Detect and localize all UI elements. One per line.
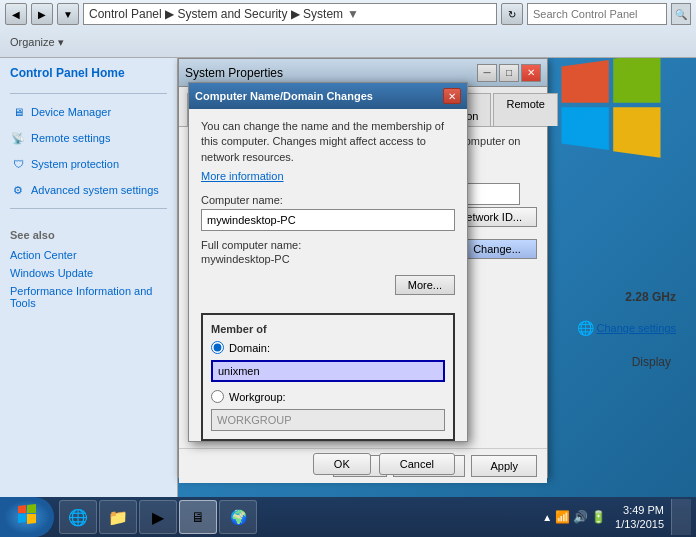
taskbar-right: ▲ 📶 🔊 🔋 3:49 PM 1/13/2015 bbox=[542, 499, 696, 535]
member-of-group: Member of Domain: Workgroup: bbox=[201, 313, 455, 441]
sys-props-minimize-btn[interactable]: ─ bbox=[477, 64, 497, 82]
tray-volume-icon: 🔊 bbox=[573, 510, 588, 524]
workgroup-radio-label: Workgroup: bbox=[229, 391, 286, 403]
more-info-link[interactable]: More information bbox=[201, 170, 455, 182]
domain-text-input[interactable] bbox=[211, 360, 445, 382]
taskbar: 🌐 📁 ▶ 🖥 🌍 ▲ 📶 🔊 🔋 3:49 PM 1/13/2015 bbox=[0, 497, 696, 537]
change-settings-link[interactable]: Change settings bbox=[597, 322, 677, 334]
system-protection-icon: 🛡 bbox=[10, 156, 26, 172]
domain-close-button[interactable]: ✕ bbox=[443, 88, 461, 104]
domain-titlebar: Computer Name/Domain Changes ✕ bbox=[189, 83, 467, 109]
back-button[interactable]: ◀ bbox=[5, 3, 27, 25]
change-button[interactable]: Change... bbox=[457, 239, 537, 259]
search-button[interactable]: 🔍 bbox=[671, 3, 691, 25]
sidebar-item-remote-settings[interactable]: 📡 Remote settings bbox=[0, 125, 177, 151]
tab-remote[interactable]: Remote bbox=[493, 93, 558, 126]
tray-arrow[interactable]: ▲ bbox=[542, 512, 552, 523]
computer-name-label: Computer name: bbox=[201, 194, 455, 206]
toolbar-organize[interactable]: Organize ▾ bbox=[10, 36, 64, 49]
show-desktop-button[interactable] bbox=[671, 499, 691, 535]
search-input[interactable] bbox=[527, 3, 667, 25]
sidebar-item-advanced-system[interactable]: ⚙ Advanced system settings bbox=[0, 177, 177, 203]
address-bar: ◀ ▶ ▼ Control Panel ▶ System and Securit… bbox=[0, 0, 696, 58]
start-windows-icon bbox=[16, 503, 38, 531]
full-computer-name-label: Full computer name: bbox=[201, 239, 455, 251]
sys-props-maximize-btn[interactable]: □ bbox=[499, 64, 519, 82]
see-also-label: See also bbox=[0, 224, 177, 246]
taskbar-item-folder[interactable]: 📁 bbox=[99, 500, 137, 534]
taskbar-clock: 3:49 PM 1/13/2015 bbox=[615, 503, 664, 532]
display-label: Display bbox=[632, 355, 671, 369]
taskbar-item-media[interactable]: ▶ bbox=[139, 500, 177, 534]
workgroup-radio-row: Workgroup: bbox=[211, 390, 445, 403]
domain-dialog: Computer Name/Domain Changes ✕ You can c… bbox=[188, 82, 468, 442]
domain-content: You can change the name and the membersh… bbox=[189, 109, 467, 485]
control-panel-home-link[interactable]: Control Panel Home bbox=[0, 58, 177, 88]
tray-battery-icon: 🔋 bbox=[591, 510, 606, 524]
workgroup-radio[interactable] bbox=[211, 390, 224, 403]
sidebar-perf-info[interactable]: Performance Information and Tools bbox=[0, 282, 177, 312]
taskbar-items: 🌐 📁 ▶ 🖥 🌍 bbox=[54, 500, 542, 534]
cpu-frequency: 2.28 GHz bbox=[625, 290, 676, 304]
sidebar-item-label: Advanced system settings bbox=[31, 184, 159, 196]
start-button[interactable] bbox=[0, 497, 54, 537]
domain-title-text: Computer Name/Domain Changes bbox=[195, 90, 443, 102]
sidebar-windows-update[interactable]: Windows Update bbox=[0, 264, 177, 282]
sp-apply-button[interactable]: Apply bbox=[471, 455, 537, 477]
forward-button[interactable]: ▶ bbox=[31, 3, 53, 25]
sp-change-btn-area: Change... bbox=[457, 239, 537, 259]
sidebar-item-system-protection[interactable]: 🛡 System protection bbox=[0, 151, 177, 177]
recent-button[interactable]: ▼ bbox=[57, 3, 79, 25]
computer-name-input[interactable] bbox=[201, 209, 455, 231]
domain-radio[interactable] bbox=[211, 341, 224, 354]
system-tray: ▲ 📶 🔊 🔋 bbox=[542, 510, 606, 524]
domain-radio-label: Domain: bbox=[229, 342, 270, 354]
dialog-ok-button[interactable]: OK bbox=[313, 453, 371, 475]
change-settings-area: 🌐 Change settings bbox=[577, 320, 677, 336]
clock-time: 3:49 PM bbox=[615, 503, 664, 517]
domain-info-text: You can change the name and the membersh… bbox=[201, 119, 455, 165]
sidebar-divider-2 bbox=[10, 208, 167, 209]
sidebar: Control Panel Home 🖥 Device Manager 📡 Re… bbox=[0, 58, 178, 518]
dialog-cancel-button[interactable]: Cancel bbox=[379, 453, 455, 475]
domain-radio-row: Domain: bbox=[211, 341, 445, 354]
taskbar-item-control-panel[interactable]: 🖥 bbox=[179, 500, 217, 534]
breadcrumb-dropdown[interactable]: ▼ bbox=[347, 7, 359, 21]
sidebar-divider bbox=[10, 93, 167, 94]
full-computer-name-value: mywindesktop-PC bbox=[201, 253, 455, 265]
sidebar-item-label: Device Manager bbox=[31, 106, 111, 118]
sys-props-close-btn[interactable]: ✕ bbox=[521, 64, 541, 82]
desktop: ◀ ▶ ▼ Control Panel ▶ System and Securit… bbox=[0, 0, 696, 537]
more-button[interactable]: More... bbox=[395, 275, 455, 295]
sidebar-item-label: System protection bbox=[31, 158, 119, 170]
taskbar-item-network[interactable]: 🌍 bbox=[219, 500, 257, 534]
workgroup-text-input[interactable] bbox=[211, 409, 445, 431]
windows-logo bbox=[556, 50, 666, 160]
member-of-label: Member of bbox=[211, 323, 445, 335]
refresh-button[interactable]: ↻ bbox=[501, 3, 523, 25]
remote-settings-icon: 📡 bbox=[10, 130, 26, 146]
sidebar-item-device-manager[interactable]: 🖥 Device Manager bbox=[0, 99, 177, 125]
advanced-system-icon: ⚙ bbox=[10, 182, 26, 198]
change-settings-icon: 🌐 bbox=[577, 320, 594, 336]
breadcrumb[interactable]: Control Panel ▶ System and Security ▶ Sy… bbox=[83, 3, 497, 25]
dialog-ok-cancel: OK Cancel bbox=[201, 453, 455, 475]
breadcrumb-text: Control Panel ▶ System and Security ▶ Sy… bbox=[89, 7, 343, 21]
taskbar-item-ie[interactable]: 🌐 bbox=[59, 500, 97, 534]
clock-date: 1/13/2015 bbox=[615, 517, 664, 531]
sys-props-title: System Properties bbox=[185, 66, 477, 80]
device-manager-icon: 🖥 bbox=[10, 104, 26, 120]
tray-network-icon: 📶 bbox=[555, 510, 570, 524]
sidebar-item-label: Remote settings bbox=[31, 132, 110, 144]
sys-props-win-controls: ─ □ ✕ bbox=[477, 64, 541, 82]
sidebar-action-center[interactable]: Action Center bbox=[0, 246, 177, 264]
